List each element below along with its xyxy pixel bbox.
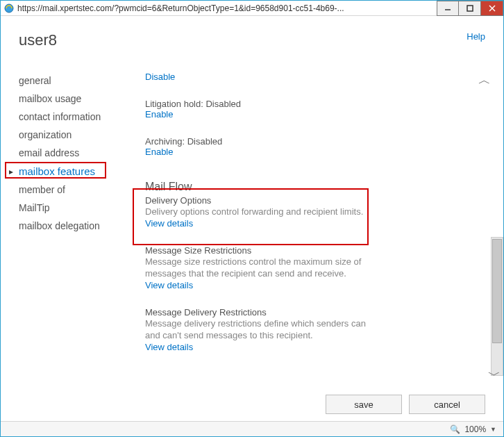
sidebar-item-email-address[interactable]: email address xyxy=(1,144,133,162)
save-button[interactable]: save xyxy=(326,395,402,414)
sidebar-item-mailtip[interactable]: MailTip xyxy=(1,199,133,217)
message-delivery-desc: Message delivery restrictions define whi… xyxy=(145,318,374,342)
litigation-block: Litigation hold: Disabled Enable xyxy=(145,99,476,119)
zoom-dropdown-caret[interactable]: ▼ xyxy=(490,426,496,433)
sidebar: general mailbox usage contact informatio… xyxy=(1,65,133,386)
page-title: user8 xyxy=(19,31,57,49)
buttons-row: save cancel xyxy=(326,395,485,414)
highlight-mail-flow xyxy=(133,188,369,245)
scrollbar-vertical[interactable] xyxy=(491,237,503,376)
message-delivery-heading: Message Delivery Restrictions xyxy=(145,307,476,318)
statusbar: 🔍 100% ▼ xyxy=(1,421,503,436)
message-size-heading: Message Size Restrictions xyxy=(145,245,476,256)
minimize-button[interactable] xyxy=(437,1,459,16)
zoom-icon[interactable]: 🔍 xyxy=(450,424,460,434)
disable-block: Disable xyxy=(145,72,476,82)
ie-icon xyxy=(3,3,15,14)
main-body: general mailbox usage contact informatio… xyxy=(1,65,503,386)
message-delivery-view-details[interactable]: View details xyxy=(145,342,193,352)
message-size-block: Message Size Restrictions Message size r… xyxy=(145,245,476,290)
window-frame: https://mail.xpertstec.com/?pwmcid=6&Ret… xyxy=(0,0,504,437)
main-pane: ︿ Disable Litigation hold: Disabled Enab… xyxy=(133,65,503,386)
url-text: https://mail.xpertstec.com/?pwmcid=6&Ret… xyxy=(17,3,437,13)
scroll-down-icon[interactable]: ﹀ xyxy=(488,367,501,384)
cancel-button[interactable]: cancel xyxy=(409,395,485,414)
svg-rect-2 xyxy=(467,6,473,11)
disable-link[interactable]: Disable xyxy=(145,72,175,82)
sidebar-item-mailbox-usage[interactable]: mailbox usage xyxy=(1,90,133,108)
scrollbar-thumb[interactable] xyxy=(492,239,502,343)
titlebar: https://mail.xpertstec.com/?pwmcid=6&Ret… xyxy=(1,1,503,16)
sidebar-item-organization[interactable]: organization xyxy=(1,126,133,144)
zoom-level: 100% xyxy=(464,424,486,434)
litigation-label: Litigation hold: Disabled xyxy=(145,99,476,109)
archiving-label: Archiving: Disabled xyxy=(145,136,476,147)
window-controls xyxy=(437,1,503,16)
litigation-enable-link[interactable]: Enable xyxy=(145,109,173,119)
maximize-button[interactable] xyxy=(459,1,481,16)
sidebar-item-general[interactable]: general xyxy=(1,72,133,90)
message-delivery-block: Message Delivery Restrictions Message de… xyxy=(145,307,476,352)
archiving-enable-link[interactable]: Enable xyxy=(145,147,173,157)
sidebar-item-mailbox-delegation[interactable]: mailbox delegation xyxy=(1,217,133,235)
highlight-sidebar-item xyxy=(5,162,106,179)
close-button[interactable] xyxy=(481,1,503,16)
content-area: user8 Help general mailbox usage contact… xyxy=(1,16,503,421)
message-size-desc: Message size restrictions control the ma… xyxy=(145,256,374,280)
scroll-up-icon[interactable]: ︿ xyxy=(478,72,491,88)
message-size-view-details[interactable]: View details xyxy=(145,280,193,290)
sidebar-item-contact-information[interactable]: contact information xyxy=(1,108,133,126)
help-link[interactable]: Help xyxy=(467,31,485,42)
sidebar-item-member-of[interactable]: member of xyxy=(1,181,133,199)
archiving-block: Archiving: Disabled Enable xyxy=(145,136,476,157)
